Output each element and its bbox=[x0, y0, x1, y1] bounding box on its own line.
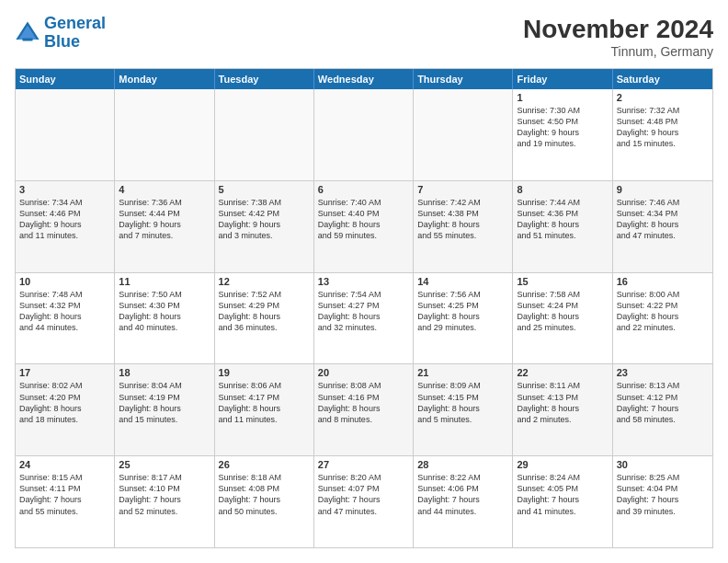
day-info: Sunrise: 8:04 AM Sunset: 4:19 PM Dayligh… bbox=[119, 380, 210, 425]
table-row bbox=[16, 89, 115, 180]
day-number: 11 bbox=[119, 276, 210, 287]
calendar-row: 1Sunrise: 7:30 AM Sunset: 4:50 PM Daylig… bbox=[16, 89, 712, 180]
page: General Blue November 2024 Tinnum, Germa… bbox=[0, 0, 728, 563]
day-info: Sunrise: 7:44 AM Sunset: 4:36 PM Dayligh… bbox=[517, 197, 608, 242]
day-info: Sunrise: 7:38 AM Sunset: 4:42 PM Dayligh… bbox=[219, 197, 310, 242]
table-row: 30Sunrise: 8:25 AM Sunset: 4:04 PM Dayli… bbox=[613, 456, 712, 547]
table-row: 17Sunrise: 8:02 AM Sunset: 4:20 PM Dayli… bbox=[16, 364, 115, 455]
logo-text: General Blue bbox=[44, 15, 106, 52]
day-info: Sunrise: 7:40 AM Sunset: 4:40 PM Dayligh… bbox=[318, 197, 409, 242]
day-number: 13 bbox=[318, 276, 409, 287]
day-info: Sunrise: 7:54 AM Sunset: 4:27 PM Dayligh… bbox=[318, 289, 409, 334]
day-number: 4 bbox=[119, 184, 210, 195]
table-row: 6Sunrise: 7:40 AM Sunset: 4:40 PM Daylig… bbox=[314, 181, 414, 272]
day-info: Sunrise: 7:30 AM Sunset: 4:50 PM Dayligh… bbox=[517, 105, 608, 150]
day-info: Sunrise: 7:48 AM Sunset: 4:32 PM Dayligh… bbox=[19, 289, 110, 334]
day-info: Sunrise: 7:36 AM Sunset: 4:44 PM Dayligh… bbox=[119, 197, 210, 242]
table-row: 10Sunrise: 7:48 AM Sunset: 4:32 PM Dayli… bbox=[16, 273, 115, 364]
table-row: 8Sunrise: 7:44 AM Sunset: 4:36 PM Daylig… bbox=[513, 181, 612, 272]
day-info: Sunrise: 7:56 AM Sunset: 4:25 PM Dayligh… bbox=[417, 289, 508, 334]
header-tuesday: Tuesday bbox=[215, 69, 314, 89]
day-info: Sunrise: 7:34 AM Sunset: 4:46 PM Dayligh… bbox=[19, 197, 110, 242]
day-info: Sunrise: 7:50 AM Sunset: 4:30 PM Dayligh… bbox=[119, 289, 210, 334]
day-info: Sunrise: 8:08 AM Sunset: 4:16 PM Dayligh… bbox=[318, 380, 409, 425]
logo-line1: General bbox=[44, 14, 106, 32]
day-number: 27 bbox=[318, 459, 409, 470]
table-row: 29Sunrise: 8:24 AM Sunset: 4:05 PM Dayli… bbox=[513, 456, 612, 547]
day-number: 1 bbox=[517, 92, 608, 103]
day-number: 7 bbox=[417, 184, 508, 195]
day-info: Sunrise: 8:11 AM Sunset: 4:13 PM Dayligh… bbox=[517, 380, 608, 425]
day-number: 16 bbox=[617, 276, 709, 287]
table-row bbox=[115, 89, 214, 180]
table-row: 23Sunrise: 8:13 AM Sunset: 4:12 PM Dayli… bbox=[613, 364, 712, 455]
logo: General Blue bbox=[15, 15, 106, 52]
day-number: 23 bbox=[617, 367, 709, 378]
day-info: Sunrise: 8:25 AM Sunset: 4:04 PM Dayligh… bbox=[617, 472, 709, 517]
day-number: 10 bbox=[19, 276, 110, 287]
table-row: 19Sunrise: 8:06 AM Sunset: 4:17 PM Dayli… bbox=[215, 364, 314, 455]
day-number: 21 bbox=[417, 367, 508, 378]
table-row: 21Sunrise: 8:09 AM Sunset: 4:15 PM Dayli… bbox=[414, 364, 513, 455]
svg-rect-2 bbox=[22, 38, 32, 40]
day-number: 28 bbox=[417, 459, 508, 470]
day-info: Sunrise: 8:20 AM Sunset: 4:07 PM Dayligh… bbox=[318, 472, 409, 517]
location: Tinnum, Germany bbox=[523, 44, 713, 59]
day-info: Sunrise: 7:46 AM Sunset: 4:34 PM Dayligh… bbox=[617, 197, 709, 242]
table-row: 28Sunrise: 8:22 AM Sunset: 4:06 PM Dayli… bbox=[414, 456, 513, 547]
table-row: 16Sunrise: 8:00 AM Sunset: 4:22 PM Dayli… bbox=[613, 273, 712, 364]
calendar-row: 24Sunrise: 8:15 AM Sunset: 4:11 PM Dayli… bbox=[16, 455, 712, 547]
day-number: 14 bbox=[417, 276, 508, 287]
table-row: 20Sunrise: 8:08 AM Sunset: 4:16 PM Dayli… bbox=[314, 364, 414, 455]
table-row: 13Sunrise: 7:54 AM Sunset: 4:27 PM Dayli… bbox=[314, 273, 414, 364]
day-info: Sunrise: 8:09 AM Sunset: 4:15 PM Dayligh… bbox=[417, 380, 508, 425]
day-number: 15 bbox=[517, 276, 608, 287]
logo-icon bbox=[15, 20, 40, 46]
day-number: 9 bbox=[617, 184, 709, 195]
day-info: Sunrise: 8:13 AM Sunset: 4:12 PM Dayligh… bbox=[617, 380, 709, 425]
day-info: Sunrise: 8:17 AM Sunset: 4:10 PM Dayligh… bbox=[119, 472, 210, 517]
table-row: 25Sunrise: 8:17 AM Sunset: 4:10 PM Dayli… bbox=[115, 456, 214, 547]
day-number: 3 bbox=[19, 184, 110, 195]
table-row: 11Sunrise: 7:50 AM Sunset: 4:30 PM Dayli… bbox=[115, 273, 214, 364]
day-info: Sunrise: 8:00 AM Sunset: 4:22 PM Dayligh… bbox=[617, 289, 709, 334]
table-row: 2Sunrise: 7:32 AM Sunset: 4:48 PM Daylig… bbox=[613, 89, 712, 180]
table-row: 15Sunrise: 7:58 AM Sunset: 4:24 PM Dayli… bbox=[513, 273, 612, 364]
calendar-row: 10Sunrise: 7:48 AM Sunset: 4:32 PM Dayli… bbox=[16, 272, 712, 364]
day-number: 20 bbox=[318, 367, 409, 378]
table-row: 9Sunrise: 7:46 AM Sunset: 4:34 PM Daylig… bbox=[613, 181, 712, 272]
day-info: Sunrise: 8:18 AM Sunset: 4:08 PM Dayligh… bbox=[219, 472, 310, 517]
day-number: 5 bbox=[219, 184, 310, 195]
header-thursday: Thursday bbox=[414, 69, 513, 89]
day-info: Sunrise: 8:15 AM Sunset: 4:11 PM Dayligh… bbox=[19, 472, 110, 517]
table-row: 4Sunrise: 7:36 AM Sunset: 4:44 PM Daylig… bbox=[115, 181, 214, 272]
day-info: Sunrise: 7:42 AM Sunset: 4:38 PM Dayligh… bbox=[417, 197, 508, 242]
table-row: 1Sunrise: 7:30 AM Sunset: 4:50 PM Daylig… bbox=[513, 89, 612, 180]
table-row: 26Sunrise: 8:18 AM Sunset: 4:08 PM Dayli… bbox=[215, 456, 314, 547]
day-number: 24 bbox=[19, 459, 110, 470]
day-number: 6 bbox=[318, 184, 409, 195]
day-info: Sunrise: 8:22 AM Sunset: 4:06 PM Dayligh… bbox=[417, 472, 508, 517]
logo-line2: Blue bbox=[44, 32, 80, 51]
day-info: Sunrise: 7:52 AM Sunset: 4:29 PM Dayligh… bbox=[219, 289, 310, 334]
header-friday: Friday bbox=[513, 69, 612, 89]
table-row bbox=[215, 89, 314, 180]
header: General Blue November 2024 Tinnum, Germa… bbox=[15, 15, 713, 59]
table-row: 12Sunrise: 7:52 AM Sunset: 4:29 PM Dayli… bbox=[215, 273, 314, 364]
day-number: 26 bbox=[219, 459, 310, 470]
title-block: November 2024 Tinnum, Germany bbox=[523, 15, 713, 59]
day-number: 22 bbox=[517, 367, 608, 378]
day-info: Sunrise: 8:24 AM Sunset: 4:05 PM Dayligh… bbox=[517, 472, 608, 517]
day-number: 8 bbox=[517, 184, 608, 195]
day-info: Sunrise: 7:32 AM Sunset: 4:48 PM Dayligh… bbox=[617, 105, 709, 150]
day-number: 25 bbox=[119, 459, 210, 470]
day-number: 19 bbox=[219, 367, 310, 378]
calendar-body: 1Sunrise: 7:30 AM Sunset: 4:50 PM Daylig… bbox=[16, 89, 712, 547]
table-row: 5Sunrise: 7:38 AM Sunset: 4:42 PM Daylig… bbox=[215, 181, 314, 272]
month-title: November 2024 bbox=[523, 15, 713, 44]
day-number: 17 bbox=[19, 367, 110, 378]
table-row: 7Sunrise: 7:42 AM Sunset: 4:38 PM Daylig… bbox=[414, 181, 513, 272]
day-number: 2 bbox=[617, 92, 709, 103]
header-sunday: Sunday bbox=[16, 69, 115, 89]
calendar-header: Sunday Monday Tuesday Wednesday Thursday… bbox=[16, 69, 712, 89]
